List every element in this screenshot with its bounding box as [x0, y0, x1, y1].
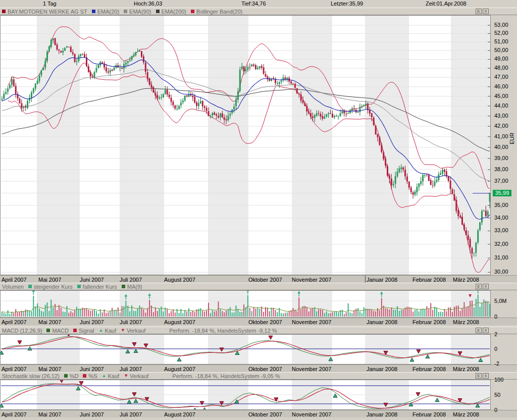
month-label: Januar 2008 [367, 366, 397, 372]
price-label: 30,00 [494, 269, 508, 275]
month-label: Juni 2007 [80, 411, 104, 417]
ema90-label: EMA(90) [129, 9, 151, 15]
stochastik-performance: Perform. -18,84 %, HandelsSystem -9,05 % [172, 373, 280, 379]
month-label: Mai 2007 [38, 366, 61, 372]
down-volume-swatch-icon [77, 285, 81, 288]
month-label: Mai 2007 [38, 319, 61, 325]
panel-settings-button[interactable]: E [476, 284, 482, 289]
verkauf-label: Verkauf [127, 328, 145, 334]
panel-close-button[interactable]: X [483, 373, 489, 379]
main-x-axis: April 2007Mai 2007Juni 2007Juli 2007Augu… [0, 275, 517, 283]
signal-swatch-icon [73, 329, 77, 332]
main-panel-buttons: E X [476, 9, 489, 14]
time-value: Zeit:01.Apr.2008 [426, 1, 467, 7]
panel-close-button[interactable]: X [483, 328, 489, 333]
panel-settings-button[interactable]: E [476, 373, 482, 379]
month-label: Juli 2007 [120, 319, 142, 325]
month-label: Oktober 2007 [248, 277, 282, 283]
legend-item-instrument: BAY.MOTOREN WERKE AG ST [2, 9, 87, 15]
macd-swatch-icon [46, 329, 50, 332]
legend-item-macd: MACD [46, 328, 68, 334]
ema200-swatch-icon [156, 10, 160, 13]
verkauf-label: Verkauf [130, 373, 148, 379]
legend-item-kauf: ▲ Kauf [102, 373, 120, 379]
last-price-badge: 35,99 [493, 190, 511, 196]
signal-label: Signal [79, 328, 94, 334]
month-label: November 2007 [292, 277, 331, 283]
panel-settings-button[interactable]: E [476, 9, 482, 14]
price-label: 50,00 [494, 47, 508, 53]
timeframe-value[interactable]: 1 Tag [43, 1, 57, 7]
month-label: Juli 2007 [120, 277, 142, 283]
volume-ma-label: MA(9) [127, 284, 142, 290]
buy-triangle-icon: ▲ [98, 328, 103, 333]
price-label: 42,00 [494, 123, 508, 129]
legend-item-percent-d: %D [64, 373, 79, 379]
volume-ma-swatch-icon [122, 285, 125, 288]
legend-item-ema20: EMA(20) [92, 9, 119, 15]
price-label: 34,00 [494, 215, 508, 221]
month-band [365, 15, 409, 275]
sell-triangle-icon: ▼ [121, 328, 125, 333]
month-label: Februar 2008 [412, 319, 446, 325]
legend-item-ema90: EMA(90) [124, 9, 151, 15]
month-label: Januar 2008 [367, 411, 397, 417]
price-label: 39,00 [494, 155, 508, 161]
month-band [365, 334, 409, 364]
macd-performance: Perform. -18,84 %, HandelsSystem -9,12 % [169, 328, 277, 334]
up-volume-swatch-icon [28, 285, 32, 288]
month-label: Januar 2008 [367, 319, 397, 325]
macd-title: MACD (12,26,9) [2, 328, 42, 334]
month-label: April 2007 [2, 366, 27, 372]
month-label: Januar 2008 [367, 277, 397, 283]
legend-item-verkauf: ▼ Verkauf [121, 328, 145, 334]
stochastik-tick-label: 50 [494, 392, 500, 398]
macd-tick-label: 2 [494, 331, 497, 337]
last-value: Letzter:35,99 [331, 1, 363, 7]
price-label: 52,00 [494, 30, 508, 36]
instrument-label: BAY.MOTOREN WERKE AG ST [8, 9, 87, 15]
price-label: 45,00 [494, 93, 508, 99]
legend-item-percent-s: %S [83, 373, 97, 379]
panel-close-button[interactable]: X [483, 9, 489, 14]
stochastik-x-axis: April 2007Mai 2007Juni 2007Juli 2007Augu… [0, 410, 517, 417]
stochastik-chart-canvas[interactable] [0, 380, 491, 410]
price-label: 44,00 [494, 102, 508, 109]
month-label: Mai 2007 [38, 277, 61, 283]
main-chart-canvas[interactable] [0, 15, 491, 275]
month-label: November 2007 [292, 366, 331, 372]
price-label: 35,00 [494, 202, 508, 208]
price-label: 43,00 [494, 113, 508, 119]
ema90-swatch-icon [124, 10, 127, 13]
price-label: 47,00 [494, 74, 508, 80]
main-chart-legend: BAY.MOTOREN WERKE AG ST EMA(20) EMA(90) … [0, 8, 517, 15]
info-bar: 1 Tag Hoch:36,03 Tief:34,76 Letzter:35,9… [0, 0, 517, 8]
month-band [292, 15, 332, 275]
ema200-label: EMA(200) [162, 9, 187, 15]
legend-item-ema200: EMA(200) [156, 9, 187, 15]
panel-settings-button[interactable]: E [476, 328, 482, 333]
volume-chart-canvas[interactable] [0, 290, 491, 318]
kauf-label: Kauf [108, 373, 120, 379]
panel-close-button[interactable]: X [483, 284, 489, 289]
sell-triangle-icon: ▼ [124, 374, 128, 378]
month-label: Februar 2008 [412, 411, 446, 417]
month-label: April 2007 [2, 319, 27, 325]
month-label: August 2007 [164, 277, 195, 283]
price-label: 32,00 [494, 241, 508, 247]
ema20-label: EMA(20) [97, 9, 119, 15]
buy-triangle-icon: ▲ [102, 374, 107, 378]
price-label: 49,00 [494, 56, 508, 62]
month-band [451, 15, 491, 275]
volume-tick-label: 5,0M [494, 298, 506, 304]
down-volume-label: fallender Kurs [83, 284, 117, 290]
oscillator-svg [0, 380, 491, 410]
legend-item-volume-ma: MA(9) [122, 284, 142, 290]
month-band [37, 334, 80, 364]
percent-s-label: %S [88, 373, 97, 379]
month-label: November 2007 [292, 411, 331, 417]
ema20-swatch-icon [92, 10, 95, 13]
macd-chart-canvas[interactable] [0, 334, 491, 364]
bollinger-label: Bollinger Band(20) [196, 9, 242, 15]
volume-tick-label: 0 [494, 313, 497, 320]
